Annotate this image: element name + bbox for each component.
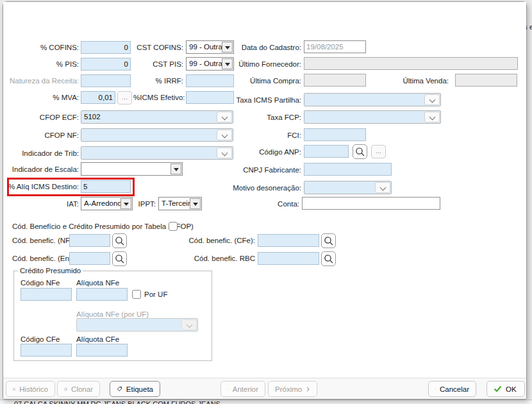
historico-button[interactable]: Histórico xyxy=(6,381,55,397)
chevron-down-icon[interactable] xyxy=(375,182,390,193)
footer-bar: Histórico Clonar Etiqueta Anterior Próxi… xyxy=(3,378,526,399)
beneficio-checkbox[interactable] xyxy=(169,222,178,231)
aliquota-cfe-input[interactable] xyxy=(76,344,128,357)
cancelar-button[interactable]: Cancelar xyxy=(428,381,476,397)
clonar-button[interactable]: Clonar xyxy=(57,381,100,397)
chevron-down-icon[interactable] xyxy=(424,94,440,105)
conta-input[interactable] xyxy=(302,197,440,210)
motivo-desoneracao-combo[interactable] xyxy=(304,181,392,194)
taxa-fcp-label: Taxa FCP: xyxy=(193,111,301,124)
codigo-cfe-input[interactable] xyxy=(21,344,72,357)
cod-benefic-rbc-label: Cód. benefic. RBC xyxy=(157,252,255,265)
cfop-ecf-label: CFOP ECF: xyxy=(4,111,79,124)
mva-more-button[interactable]: ... xyxy=(117,91,132,105)
etiqueta-icon xyxy=(117,384,122,394)
cfop-nf-label: CFOP NF: xyxy=(4,129,79,142)
irrf-label: % IRRF: xyxy=(135,74,183,87)
check-icon xyxy=(494,385,502,392)
mva-input[interactable]: 0,01 xyxy=(81,91,115,104)
controle-de-estoque-dialog: « Controle de Estoque ✕ Cadastro Tributo… xyxy=(3,1,527,400)
cod-benefic-entr-label: Cód. benefic. (Entr): xyxy=(12,252,70,265)
historico-icon xyxy=(13,385,15,394)
icms-efetivo-label: %ICMS Efetivo: xyxy=(133,91,183,104)
cod-benefic-rbc-input[interactable] xyxy=(258,252,319,265)
codigo-anp-more-button[interactable]: ... xyxy=(371,145,386,158)
chevron-down-icon xyxy=(181,319,197,330)
cst-pis-label: CST PIS: xyxy=(135,58,183,71)
cod-benefic-nfe-label: Cód. benefic. (NFe): xyxy=(12,234,70,247)
codigo-nfe-input[interactable] xyxy=(21,288,72,301)
screen: 07 CALCA SKINNY MM DC JEANS BLACK COM FU… xyxy=(0,0,532,404)
cod-benefic-nfe-search-icon[interactable] xyxy=(112,233,127,248)
background-window-row: 07 CALCA SKINNY MM DC JEANS BLACK COM FU… xyxy=(0,400,532,404)
ultima-compra-label: Última Compra: xyxy=(193,74,301,87)
cod-benefic-entr-search-icon[interactable] xyxy=(112,251,127,266)
cnpj-fabricante-input[interactable] xyxy=(304,163,392,176)
cod-benefic-nfe-input[interactable] xyxy=(69,234,110,247)
cod-benefic-rbc-search-icon[interactable] xyxy=(321,251,336,266)
fci-label: FCI: xyxy=(193,129,301,142)
dropdown-arrow-icon[interactable] xyxy=(190,198,201,209)
background-row-text: 07 CALCA SKINNY MM DC JEANS BLACK COM FU… xyxy=(0,400,532,404)
aliquota-nfe-input[interactable] xyxy=(76,288,128,301)
ultima-venda-input xyxy=(455,74,517,87)
cod-benefic-cfe-label: Cód. benefic. (CFe): xyxy=(157,234,255,247)
chevron-left-icon xyxy=(228,385,229,393)
iat-label: IAT: xyxy=(53,198,79,210)
aliq-icms-destino-label: % Alíq ICMS Destino: xyxy=(4,180,79,193)
cnpj-fabricante-label: CNPJ Fabricante: xyxy=(193,164,301,176)
iat-combo[interactable]: A-Arredond xyxy=(81,197,133,210)
cod-benefic-entr-input[interactable] xyxy=(69,252,110,265)
ippt-label: IPPT: xyxy=(134,198,156,210)
natureza-receita-input[interactable] xyxy=(81,74,131,87)
cst-cofins-label: CST COFINS: xyxy=(135,41,183,54)
codigo-anp-input[interactable] xyxy=(304,145,349,158)
taxa-icms-partilha-combo[interactable] xyxy=(304,93,441,106)
por-uf-checkbox[interactable] xyxy=(132,290,141,299)
fci-input[interactable] xyxy=(304,128,366,141)
conta-label: Conta: xyxy=(215,198,299,210)
dropdown-arrow-icon[interactable] xyxy=(121,198,131,209)
ok-button[interactable]: OK xyxy=(486,381,525,397)
ultimo-fornecedor-input xyxy=(304,57,518,70)
pis-input[interactable]: 0 xyxy=(81,58,131,71)
etiqueta-button[interactable]: Etiqueta xyxy=(110,381,160,397)
ippt-combo[interactable]: T-Terceiros xyxy=(158,197,202,210)
codigo-anp-label: Código ANP: xyxy=(193,146,301,158)
cod-benefic-cfe-search-icon[interactable] xyxy=(321,233,336,248)
anterior-button[interactable]: Anterior xyxy=(220,381,265,397)
credito-presumido-title: Crédito Presumido xyxy=(18,266,83,275)
beneficio-checkbox-label: Cód. Benefício e Crédito Presumido por T… xyxy=(12,220,166,233)
dropdown-arrow-icon[interactable] xyxy=(170,164,181,174)
aliquota-nfe-label: Alíquota NFe xyxy=(76,276,134,289)
pis-label: % PIS: xyxy=(4,58,79,71)
data-cadastro-input[interactable]: 19/08/2025 xyxy=(304,40,366,53)
cofins-input[interactable]: 0 xyxy=(81,41,131,54)
indicador-escala-combo[interactable] xyxy=(81,162,183,176)
aliquota-nfe-uf-combo xyxy=(76,318,198,332)
taxa-icms-partilha-label: Taxa ICMS Partilha: xyxy=(193,94,301,106)
ultima-venda-label: Última Venda: xyxy=(362,74,449,87)
codigo-nfe-label: Código NFe xyxy=(21,276,74,289)
motivo-desoneracao-label: Motivo desoneração: xyxy=(193,181,301,194)
indicador-trib-label: Indicador de Trib: xyxy=(4,147,79,160)
cancel-x-icon xyxy=(435,385,436,392)
ultimo-fornecedor-label: Último Fornecedor: xyxy=(193,58,301,71)
clonar-icon xyxy=(64,385,67,394)
cod-benefic-cfe-input[interactable] xyxy=(258,234,319,247)
indicador-escala-label: Indicador de Escala: xyxy=(4,163,79,176)
credito-presumido-group: Crédito Presumido Código NFe Alíquota NF… xyxy=(13,271,212,361)
chevron-down-icon[interactable] xyxy=(424,112,440,122)
chevron-right-icon xyxy=(306,385,310,393)
data-cadastro-label: Data do Cadastro: xyxy=(193,41,301,54)
form-area: % COFINS: 0 CST COFINS: 99 - Outras Data… xyxy=(3,2,526,378)
taxa-fcp-combo[interactable] xyxy=(304,110,441,124)
proximo-button[interactable]: Próximo xyxy=(268,381,317,397)
codigo-anp-search-icon[interactable] xyxy=(353,144,367,159)
por-uf-label: Por UF xyxy=(144,288,176,301)
cofins-label: % COFINS: xyxy=(4,41,79,54)
mva-label: % MVA: xyxy=(4,91,79,104)
natureza-receita-label: Natureza da Receita: xyxy=(4,74,79,87)
aliq-icms-destino-input[interactable]: 5 xyxy=(81,180,131,193)
ultima-compra-input xyxy=(304,74,366,87)
